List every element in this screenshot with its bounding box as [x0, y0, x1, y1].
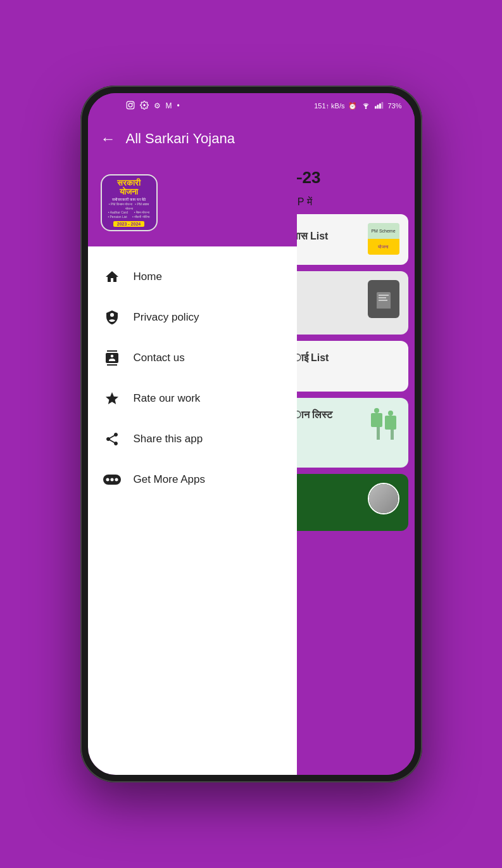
speed-label: 151↑ kB/s [314, 102, 344, 110]
menu-item-rate[interactable]: Rate our work [88, 378, 297, 419]
signal-icon [375, 101, 384, 110]
svg-rect-17 [391, 430, 394, 440]
bug-icon: ⚙ [154, 101, 161, 110]
card-1: PM Scheme योजना वास List [284, 214, 408, 265]
svg-rect-11 [379, 300, 387, 301]
phone-screen: ⚙ M • 151↑ kB/s ⏰ [88, 93, 415, 775]
right-heading: 2–23 [284, 165, 408, 190]
alarm-icon: ⏰ [348, 102, 357, 110]
card-4: ान लिस्ट [284, 398, 408, 468]
more-apps-icon [103, 471, 121, 488]
card-5 [284, 474, 408, 531]
status-left-icons: ⚙ M • [126, 101, 180, 112]
svg-point-19 [106, 478, 109, 482]
svg-rect-6 [379, 103, 381, 108]
svg-rect-16 [377, 427, 380, 440]
contact-label: Contact us [134, 352, 185, 364]
svg-rect-14 [385, 416, 396, 430]
phone-frame: ⚙ M • 151↑ kB/s ⏰ [80, 86, 422, 782]
wifi-icon [361, 101, 371, 110]
home-icon [103, 268, 121, 286]
settings-icon [140, 101, 149, 112]
share-icon [103, 430, 121, 448]
home-label: Home [134, 271, 162, 283]
drawer-header: सरकारीयोजना सभी सरकारी काम घर बैठे • PM … [88, 159, 297, 246]
svg-rect-0 [127, 101, 134, 109]
svg-point-13 [374, 408, 379, 413]
back-button[interactable]: ← [101, 130, 116, 148]
logo-subtitle: सभी सरकारी काम घर बैठे [112, 198, 146, 202]
navigation-drawer: सरकारीयोजना सभी सरकारी काम घर बैठे • PM … [88, 159, 297, 775]
svg-rect-9 [379, 295, 389, 296]
logo-year: 2023 - 2024 [113, 221, 144, 227]
svg-rect-10 [379, 297, 386, 298]
shield-icon [103, 309, 121, 326]
svg-point-15 [388, 411, 393, 416]
menu-item-home[interactable]: Home [88, 257, 297, 297]
menu-item-share[interactable]: Share this app [88, 419, 297, 459]
battery-label: 73% [387, 102, 401, 110]
svg-point-1 [129, 103, 132, 107]
contact-icon [103, 349, 121, 367]
svg-rect-12 [371, 413, 382, 427]
app-header: ← All Sarkari Yojana [88, 118, 415, 159]
app-logo: सरकारीयोजना सभी सरकारी काम घर बैठे • PM … [101, 174, 158, 231]
svg-rect-7 [382, 102, 384, 109]
card-3: ाई List [284, 341, 408, 392]
svg-rect-5 [377, 105, 379, 108]
menu-item-privacy[interactable]: Privacy policy [88, 297, 297, 338]
privacy-label: Privacy policy [134, 311, 199, 324]
dot-icon: • [177, 101, 180, 110]
svg-rect-4 [375, 106, 377, 108]
star-icon [103, 390, 121, 407]
main-content: 2–23 APP में PM Scheme योजना वास List [88, 159, 415, 775]
status-right-icons: 151↑ kB/s ⏰ 7 [314, 101, 401, 110]
drawer-menu: Home Privacy policy [88, 246, 297, 775]
status-bar: ⚙ M • 151↑ kB/s ⏰ [88, 93, 415, 118]
right-subheading: APP में [284, 196, 408, 208]
more-apps-label: Get More Apps [134, 473, 205, 486]
logo-hindi-title: सरकारीयोजना [117, 179, 141, 197]
svg-point-3 [365, 107, 367, 109]
menu-item-more[interactable]: Get More Apps [88, 459, 297, 500]
svg-point-20 [110, 478, 113, 482]
svg-point-21 [115, 478, 118, 482]
menu-item-contact[interactable]: Contact us [88, 338, 297, 378]
right-panel: 2–23 APP में PM Scheme योजना वास List [278, 159, 415, 775]
card-2 [284, 271, 408, 335]
svg-point-2 [132, 102, 133, 103]
share-label: Share this app [134, 433, 203, 445]
email-icon: M [166, 101, 172, 110]
app-title: All Sarkari Yojana [126, 131, 235, 147]
rate-label: Rate our work [134, 392, 201, 405]
instagram-icon [126, 101, 135, 112]
